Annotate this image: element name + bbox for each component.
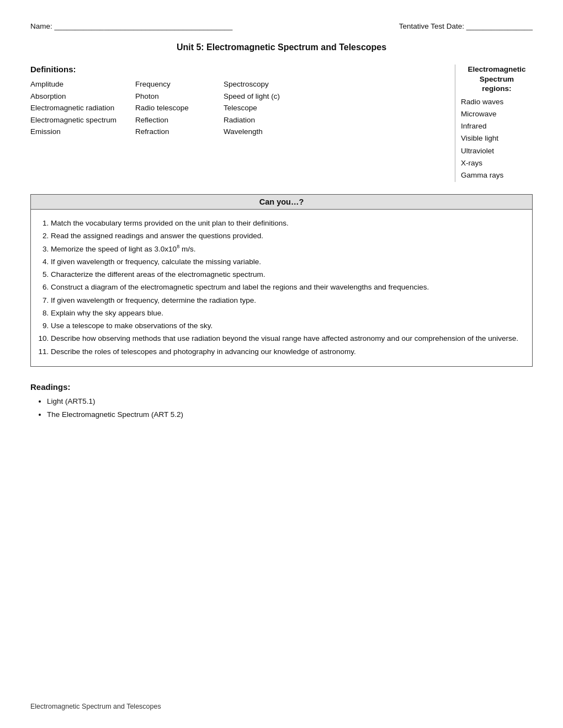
readings-list: Light (ART5.1) The Electromagnetic Spect… (30, 395, 533, 421)
def-speed-of-light: Speed of light (c) (224, 90, 323, 103)
em-region-xray: X-rays (461, 157, 533, 169)
can-you-section: Can you…? Match the vocabulary terms pro… (30, 194, 533, 367)
em-region-uv: Ultraviolet (461, 145, 533, 157)
can-you-item-10: Describe how observing methods that use … (51, 333, 522, 345)
def-photon: Photon (135, 90, 224, 103)
def-radiation: Radiation (224, 114, 323, 126)
can-you-item-5: Characterize the different areas of the … (51, 269, 522, 281)
def-em-spectrum: Electromagnetic spectrum (30, 114, 135, 126)
def-telescope: Telescope (224, 102, 323, 114)
can-you-header: Can you…? (31, 195, 532, 210)
def-radio-telescope: Radio telescope (135, 102, 224, 114)
def-emission: Emission (30, 126, 135, 138)
def-frequency: Frequency (135, 78, 224, 90)
can-you-item-2: Read the assigned readings and answer th… (51, 230, 522, 242)
def-spectroscopy: Spectroscopy (224, 78, 323, 90)
em-spectrum-box: Electromagnetic Spectrumregions: Radio w… (461, 65, 533, 182)
em-region-visible: Visible light (461, 132, 533, 144)
em-spectrum-heading: Electromagnetic Spectrumregions: (461, 65, 533, 94)
can-you-item-8: Explain why the sky appears blue. (51, 307, 522, 319)
can-you-item-9: Use a telescope to make observations of … (51, 320, 522, 332)
date-field: Tentative Test Date: ________________ (399, 22, 533, 30)
em-region-microwave: Microwave (461, 108, 533, 120)
em-region-infrared: Infrared (461, 120, 533, 132)
definitions-heading: Definitions: (30, 65, 449, 74)
can-you-item-3: Memorize the speed of light as 3.0x108 m… (51, 243, 522, 255)
readings-heading: Readings: (30, 382, 533, 392)
can-you-item-1: Match the vocabulary terms provided on t… (51, 217, 522, 229)
can-you-item-4: If given wavelength or frequency, calcul… (51, 256, 522, 268)
definitions-col3: Spectroscopy Speed of light (c) Telescop… (224, 78, 323, 138)
definitions-col2: Frequency Photon Radio telescope Reflect… (135, 78, 224, 138)
def-refraction: Refraction (135, 126, 224, 138)
section-divider (455, 65, 455, 182)
can-you-content: Match the vocabulary terms provided on t… (31, 210, 532, 366)
em-spectrum-list: Radio waves Microwave Infrared Visible l… (461, 96, 533, 182)
can-you-list: Match the vocabulary terms provided on t… (41, 217, 522, 358)
definitions-col1: Amplitude Absorption Electromagnetic rad… (30, 78, 135, 138)
name-field: Name: __________________________________… (30, 22, 232, 30)
def-absorption: Absorption (30, 90, 135, 103)
em-region-gamma: Gamma rays (461, 169, 533, 181)
can-you-item-11: Describe the roles of telescopes and pho… (51, 346, 522, 358)
def-amplitude: Amplitude (30, 78, 135, 90)
readings-section: Readings: Light (ART5.1) The Electromagn… (30, 382, 533, 421)
definitions-grid: Amplitude Absorption Electromagnetic rad… (30, 78, 449, 138)
page-footer: Electromagnetic Spectrum and Telescopes (30, 703, 161, 710)
definitions-section: Definitions: Amplitude Absorption Electr… (30, 65, 533, 182)
reading-item-2: The Electromagnetic Spectrum (ART 5.2) (47, 408, 533, 421)
def-wavelength: Wavelength (224, 126, 323, 138)
page-title: Unit 5: Electromagnetic Spectrum and Tel… (30, 42, 533, 52)
can-you-item-6: Construct a diagram of the electromagnet… (51, 281, 522, 293)
header: Name: __________________________________… (30, 22, 533, 30)
em-region-radio: Radio waves (461, 96, 533, 108)
def-em-radiation: Electromagnetic radiation (30, 102, 135, 114)
definitions-left: Definitions: Amplitude Absorption Electr… (30, 65, 449, 138)
can-you-item-7: If given wavelength or frequency, determ… (51, 295, 522, 307)
def-reflection: Reflection (135, 114, 224, 126)
reading-item-1: Light (ART5.1) (47, 395, 533, 408)
